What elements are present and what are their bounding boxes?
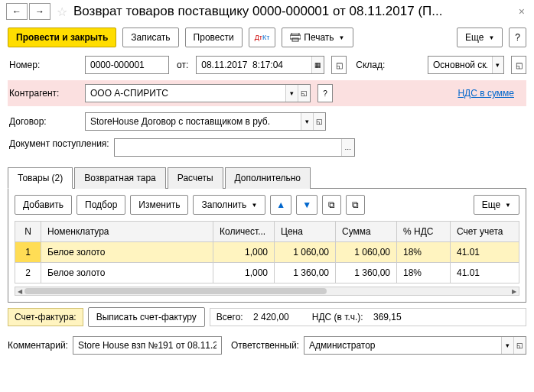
counterparty-help-button[interactable]: ? [317, 84, 333, 102]
scroll-right-icon: ▶ [510, 287, 519, 295]
receipt-doc-input[interactable] [115, 142, 341, 153]
vat-mode-link[interactable]: НДС в сумме [457, 88, 514, 99]
open-icon: ◱ [516, 61, 523, 70]
tab-calc[interactable]: Расчеты [168, 167, 223, 189]
counterparty-open[interactable]: ◱ [298, 85, 310, 102]
responsible-open[interactable]: ◱ [513, 337, 526, 354]
printer-icon [290, 33, 301, 42]
scroll-thumb[interactable] [24, 288, 327, 294]
contract-label: Договор: [8, 116, 80, 127]
col-qty[interactable]: Количест... [213, 222, 275, 242]
tab-extra[interactable]: Дополнительно [225, 167, 311, 189]
nav-back-button[interactable]: ← [6, 3, 28, 20]
col-nomenclature[interactable]: Номенклатура [41, 222, 213, 242]
warehouse-input[interactable] [428, 60, 492, 70]
receipt-doc-select[interactable]: … [341, 139, 354, 156]
copy-button[interactable]: ⧉ [322, 195, 341, 215]
total-value: 2 420,00 [253, 312, 289, 322]
contract-input[interactable] [86, 116, 301, 127]
create-invoice-button[interactable]: Выписать счет-фактуру [88, 307, 205, 327]
write-button[interactable]: Записать [122, 28, 178, 47]
h-scrollbar[interactable]: ◀ ▶ [15, 287, 519, 296]
tab-tare[interactable]: Возвратная тара [74, 167, 166, 189]
counterparty-dropdown[interactable]: ▾ [285, 85, 298, 102]
print-label: Печать [304, 32, 334, 43]
chevron-down-icon: ▼ [488, 34, 494, 41]
chevron-down-icon: ▾ [496, 61, 500, 69]
col-vat[interactable]: % НДС [397, 222, 451, 242]
page-title: Возврат товаров поставщику 0000-000001 о… [73, 4, 442, 19]
from-label: от: [177, 60, 188, 70]
contract-dropdown[interactable]: ▾ [301, 113, 313, 130]
scroll-left-icon: ◀ [15, 287, 24, 295]
calendar-button[interactable]: ▦ [311, 57, 324, 73]
responsible-label: Ответственный: [231, 340, 299, 351]
date-input[interactable] [197, 60, 311, 70]
table-more-label: Еще [482, 199, 500, 210]
chevron-down-icon: ▾ [305, 118, 309, 125]
chevron-down-icon: ▼ [505, 202, 511, 209]
paste-icon: ⧉ [352, 199, 359, 210]
counterparty-input[interactable] [86, 88, 285, 99]
dtct-button[interactable]: ДтКт [249, 28, 276, 47]
comment-label: Комментарий: [8, 340, 68, 351]
vat-label: НДС (в т.ч.): [312, 312, 363, 322]
fill-label: Заполнить [201, 199, 246, 210]
table-row[interactable]: 2 Белое золото 1,000 1 360,00 1 360,00 1… [15, 263, 519, 283]
col-sum[interactable]: Сумма [336, 222, 397, 242]
col-n[interactable]: N [15, 222, 41, 242]
pick-button[interactable]: Подбор [77, 195, 125, 215]
number-input[interactable] [86, 60, 168, 70]
warehouse-open-button[interactable]: ◱ [511, 56, 526, 74]
receipt-doc-label: Документ поступления: [8, 138, 109, 149]
arrow-right-icon: → [35, 6, 44, 17]
col-account[interactable]: Счет учета [451, 222, 519, 242]
total-label: Всего: [217, 312, 243, 322]
goods-table: N Номенклатура Количест... Цена Сумма % … [15, 221, 519, 283]
table-row[interactable]: 1 Белое золото 1,000 1 060,00 1 060,00 1… [15, 242, 519, 263]
chevron-down-icon: ▼ [251, 202, 257, 209]
responsible-dropdown[interactable]: ▾ [501, 337, 513, 354]
close-button[interactable]: × [516, 5, 528, 18]
move-down-button[interactable]: ▼ [296, 195, 317, 215]
change-button[interactable]: Изменить [130, 195, 188, 215]
chevron-down-icon: ▼ [339, 34, 345, 41]
calendar-icon: ▦ [314, 61, 321, 69]
arrow-up-icon: ▲ [276, 199, 285, 210]
tab-goods[interactable]: Товары (2) [8, 167, 73, 189]
arrow-left-icon: ← [12, 6, 21, 17]
table-more-button[interactable]: Еще▼ [474, 195, 519, 215]
vat-value: 369,15 [373, 312, 402, 322]
number-label: Номер: [8, 60, 80, 70]
open-icon: ◱ [516, 342, 523, 349]
print-button[interactable]: Печать ▼ [282, 28, 353, 47]
comment-input[interactable] [73, 340, 221, 351]
warehouse-dropdown[interactable]: ▾ [492, 57, 503, 73]
totals-panel: Всего: 2 420,00 НДС (в т.ч.): 369,15 [210, 308, 526, 326]
post-button[interactable]: Провести [185, 28, 243, 47]
more-button[interactable]: Еще▼ [457, 28, 503, 47]
chevron-down-icon: ▾ [290, 89, 294, 97]
open-icon: ◱ [316, 118, 323, 125]
col-price[interactable]: Цена [275, 222, 336, 242]
favorite-star-icon[interactable]: ☆ [57, 5, 67, 19]
paste-button[interactable]: ⧉ [346, 195, 365, 215]
post-and-close-button[interactable]: Провести и закрыть [8, 28, 116, 47]
fill-button[interactable]: Заполнить▼ [193, 195, 265, 215]
nav-fwd-button[interactable]: → [29, 3, 50, 20]
copy-icon: ⧉ [328, 199, 335, 210]
counterparty-label: Контрагент: [8, 88, 80, 99]
invoice-label: Счет-фактура: [8, 308, 83, 326]
responsible-input[interactable] [304, 340, 501, 351]
ellipsis-icon: … [344, 144, 351, 151]
date-open-button[interactable]: ◱ [331, 56, 347, 74]
open-icon: ◱ [301, 89, 308, 97]
contract-open[interactable]: ◱ [313, 113, 325, 130]
warehouse-label: Склад: [356, 60, 385, 70]
chevron-down-icon: ▾ [506, 342, 510, 349]
arrow-down-icon: ▼ [302, 199, 311, 210]
dtct-icon: ДтКт [255, 34, 270, 41]
add-row-button[interactable]: Добавить [15, 195, 72, 215]
move-up-button[interactable]: ▲ [270, 195, 291, 215]
help-button[interactable]: ? [509, 28, 526, 47]
